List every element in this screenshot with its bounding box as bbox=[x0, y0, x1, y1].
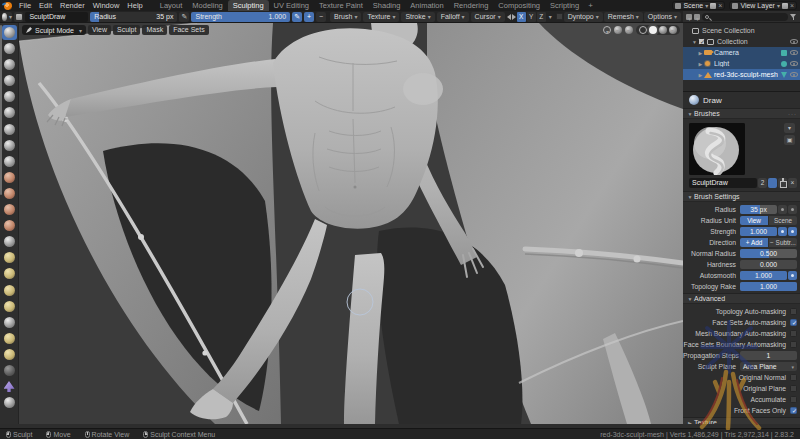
radius-unit-option-scene[interactable]: Scene bbox=[769, 216, 797, 225]
direction-option-subtr[interactable]: − Subtr... bbox=[769, 238, 797, 247]
object-data-icon[interactable] bbox=[781, 61, 787, 67]
rendered-shading-icon[interactable] bbox=[669, 26, 677, 34]
brush-tool-inflate[interactable] bbox=[2, 122, 17, 137]
header-menu-brush[interactable]: Brush bbox=[330, 12, 361, 22]
disclosure-arrow-icon[interactable]: ▶ bbox=[697, 72, 704, 78]
topology-rake-slider[interactable]: 1.000 bbox=[740, 282, 797, 291]
outliner-search-input[interactable] bbox=[702, 13, 788, 21]
workspace-tab-texture-paint[interactable]: Texture Paint bbox=[314, 0, 368, 11]
brushes-section-header[interactable]: ▼ Brushes ··· bbox=[683, 108, 800, 119]
propagation-steps-slider[interactable]: 1 bbox=[740, 351, 797, 360]
brush-tool-thumb[interactable] bbox=[2, 315, 17, 330]
accumulate-checkbox[interactable] bbox=[790, 396, 797, 403]
visibility-eye-icon[interactable] bbox=[790, 39, 798, 44]
header-menu-stroke[interactable]: Stroke bbox=[401, 12, 434, 22]
options-dropdown[interactable]: Options bbox=[644, 12, 681, 22]
front-faces-only-checkbox[interactable] bbox=[790, 407, 797, 414]
brush-tool-snake-hook[interactable] bbox=[2, 299, 17, 314]
solid-shading-icon[interactable] bbox=[649, 26, 657, 34]
strength-pressure-toggle[interactable]: ✎ bbox=[292, 12, 302, 22]
brush-tool-draw-sharp[interactable] bbox=[2, 41, 17, 56]
tablet-icon[interactable] bbox=[788, 205, 797, 214]
add-workspace-button[interactable]: + bbox=[584, 0, 597, 11]
brush-name-input[interactable]: SculptDraw bbox=[689, 178, 757, 188]
duplicate-brush-icon[interactable] bbox=[778, 178, 787, 188]
object-data-icon[interactable] bbox=[781, 50, 787, 56]
brush-tool-rotate[interactable] bbox=[2, 363, 17, 378]
workspace-tab-animation[interactable]: Animation bbox=[405, 0, 448, 11]
remove-view-layer-icon[interactable]: × bbox=[790, 2, 794, 9]
pressure-icon[interactable] bbox=[788, 271, 797, 280]
brush-name-field[interactable]: SculptDraw bbox=[25, 12, 88, 22]
brush-tool-nudge[interactable] bbox=[2, 347, 17, 362]
header-menu-texture[interactable]: Texture bbox=[363, 12, 399, 22]
symmetry-axis-z[interactable]: Z bbox=[537, 12, 546, 22]
toolbar-scroll-indicator[interactable] bbox=[0, 25, 2, 195]
menu-help[interactable]: Help bbox=[123, 0, 146, 11]
outliner-row-scene-collection[interactable]: Scene Collection bbox=[683, 25, 800, 36]
unlink-brush-icon[interactable]: × bbox=[788, 178, 797, 188]
brush-tool-elastic-deform[interactable] bbox=[2, 283, 17, 298]
brush-tool-crease[interactable] bbox=[2, 154, 17, 169]
view-layer-selector[interactable]: View Layer × bbox=[729, 1, 797, 10]
workspace-tab-shading[interactable]: Shading bbox=[368, 0, 406, 11]
original-normal-checkbox[interactable] bbox=[790, 374, 797, 381]
filter-funnel-icon[interactable] bbox=[790, 13, 797, 20]
fake-user-shield-icon[interactable] bbox=[768, 178, 777, 188]
new-view-layer-icon[interactable] bbox=[782, 3, 788, 9]
brush-tool-fill[interactable] bbox=[2, 202, 17, 217]
overlays-icon[interactable] bbox=[614, 26, 622, 34]
brush-tool-clay[interactable] bbox=[2, 57, 17, 72]
viewport-menu-face-sets[interactable]: Face Sets bbox=[169, 25, 209, 35]
tablet-icon[interactable] bbox=[788, 227, 797, 236]
blender-logo-icon[interactable] bbox=[4, 2, 12, 10]
workspace-tab-rendering[interactable]: Rendering bbox=[449, 0, 494, 11]
outliner-row-light[interactable]: ▶Light bbox=[683, 58, 800, 69]
brush-tool-multiplane-scrape[interactable] bbox=[2, 234, 17, 249]
brush-selector-dropdown[interactable] bbox=[2, 12, 12, 22]
outliner-row-collection[interactable]: ▼Collection bbox=[683, 36, 800, 47]
workspace-tab-layout[interactable]: Layout bbox=[155, 0, 188, 11]
brush-tool-smooth[interactable] bbox=[2, 170, 17, 185]
scene-selector[interactable]: Scene × bbox=[672, 1, 725, 10]
sculpt-plane-dropdown[interactable]: Area Plane▾ bbox=[740, 362, 797, 371]
panel-options-icon[interactable]: ··· bbox=[788, 111, 797, 117]
viewport-3d[interactable]: Sculpt Mode ViewSculptMaskFace Sets bbox=[19, 23, 683, 424]
symmetry-axis-y[interactable]: Y bbox=[527, 12, 536, 22]
hardness-slider[interactable]: 0.000 bbox=[740, 260, 797, 269]
original-plane-checkbox[interactable] bbox=[790, 385, 797, 392]
workspace-tab-compositing[interactable]: Compositing bbox=[493, 0, 545, 11]
menu-render[interactable]: Render bbox=[56, 0, 89, 11]
strength-slider[interactable]: 1.000 bbox=[740, 227, 777, 236]
menu-edit[interactable]: Edit bbox=[35, 0, 56, 11]
visibility-eye-icon[interactable] bbox=[790, 61, 798, 66]
workspace-tab-modeling[interactable]: Modeling bbox=[187, 0, 227, 11]
radius-pressure-toggle[interactable]: ✎ bbox=[179, 12, 189, 22]
symmetry-axis-x[interactable]: X bbox=[517, 12, 526, 22]
menu-window[interactable]: Window bbox=[89, 0, 124, 11]
topology-auto-masking-checkbox[interactable] bbox=[790, 308, 797, 315]
dyntopo-toggle-checkbox[interactable] bbox=[556, 13, 563, 20]
symmetry-dropdown-icon[interactable] bbox=[547, 12, 552, 21]
header-menu-cursor[interactable]: Cursor bbox=[471, 12, 505, 22]
viewport-menu-view[interactable]: View bbox=[88, 25, 111, 35]
direction-option-add[interactable]: + Add bbox=[740, 238, 768, 247]
brush-preview-dropdown-icon[interactable]: ▾ bbox=[784, 123, 795, 133]
menu-file[interactable]: File bbox=[15, 0, 35, 11]
radius-slider[interactable]: Radius 35 px bbox=[90, 12, 177, 22]
brush-tool-layer[interactable] bbox=[2, 105, 17, 120]
normal-radius-slider[interactable]: 0.500 bbox=[740, 249, 797, 258]
outliner-row-red-3dc-sculpt-mesh[interactable]: ▶red-3dc-sculpt-mesh bbox=[683, 69, 800, 80]
outliner-display-mode-icon[interactable] bbox=[686, 14, 692, 20]
brush-tool-blob[interactable] bbox=[2, 138, 17, 153]
visibility-eye-icon[interactable] bbox=[790, 72, 798, 77]
workspace-tab-sculpting[interactable]: Sculpting bbox=[228, 0, 269, 11]
pressure-icon[interactable] bbox=[778, 205, 787, 214]
direction-subtract-button[interactable]: − bbox=[316, 12, 326, 22]
brush-preview-thumbnail[interactable] bbox=[689, 123, 745, 175]
dyntopo-dropdown[interactable]: Dyntopo bbox=[564, 12, 603, 22]
workspace-tab-uv-editing[interactable]: UV Editing bbox=[269, 0, 314, 11]
pressure-icon[interactable] bbox=[778, 227, 787, 236]
gizmo-dropdown-icon[interactable] bbox=[603, 26, 611, 34]
radius-slider[interactable]: 35 px bbox=[740, 205, 777, 214]
